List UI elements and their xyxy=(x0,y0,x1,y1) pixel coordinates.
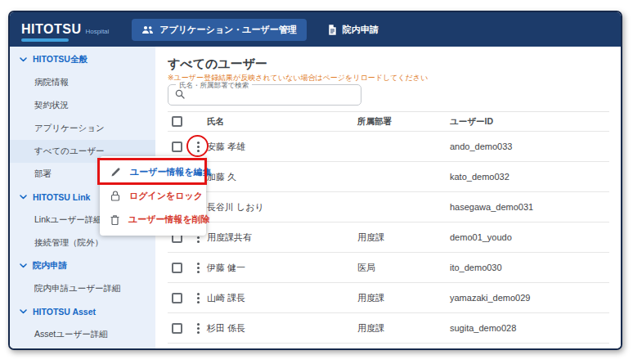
document-icon xyxy=(328,25,337,35)
top-bar: HITOTSU Hospital アプリケーション・ユーザー管理 xyxy=(10,12,621,47)
column-header-name: 氏名 xyxy=(207,116,357,128)
menu-item-edit-user[interactable]: ユーザー情報を編集 xyxy=(100,160,206,184)
row-checkbox[interactable] xyxy=(172,293,182,303)
sidebar-section-hospital-application[interactable]: 院内申請 xyxy=(10,254,155,277)
nav-tab-user-management[interactable]: アプリケーション・ユーザー管理 xyxy=(132,19,306,41)
user-search-field[interactable]: 氏名・所属部署で検索 xyxy=(168,84,361,106)
cell-name: 安藤 孝雄 xyxy=(207,141,357,153)
cell-department: 用度課 xyxy=(357,292,450,304)
sidebar-item-hospital-info[interactable]: 病院情報 xyxy=(10,71,155,94)
sidebar-section-hitotsu-general[interactable]: HITOTSU全般 xyxy=(10,48,155,71)
chevron-down-icon xyxy=(20,195,27,200)
cell-name: 用度課共有 xyxy=(207,231,357,244)
logo-underline xyxy=(21,38,69,42)
logo-suffix: Hospital xyxy=(85,28,109,35)
cell-name: 山崎 課長 xyxy=(207,292,357,304)
lock-icon xyxy=(110,191,120,201)
chevron-down-icon xyxy=(20,309,27,314)
cell-name: 杉田 係長 xyxy=(207,322,357,335)
row-menu-kebab-icon[interactable] xyxy=(192,261,204,275)
cell-user-id: sugita_demo028 xyxy=(450,323,609,333)
top-nav: アプリケーション・ユーザー管理 院内申請 xyxy=(132,19,388,41)
pencil-icon xyxy=(110,167,121,178)
table-row: 安藤 孝雄 ando_demo033 xyxy=(168,132,609,162)
users-table: 氏名 所属部署 ユーザーID 安藤 孝雄 ando_demo033 加藤 久 xyxy=(168,111,609,344)
page-title: すべてのユーザー xyxy=(168,56,609,71)
cell-department: 用度課 xyxy=(357,231,450,244)
main-content: すべてのユーザー ※ユーザー登録結果が反映されていない場合はページをリロードして… xyxy=(155,47,621,348)
row-menu-kebab-icon[interactable] xyxy=(192,140,204,154)
sidebar-item-applications[interactable]: アプリケーション xyxy=(10,117,155,140)
menu-item-lock-login[interactable]: ログインをロック xyxy=(100,184,206,208)
cell-user-id: ando_demo033 xyxy=(450,142,609,151)
chevron-down-icon xyxy=(20,57,27,62)
row-menu-kebab-icon[interactable] xyxy=(192,291,204,305)
table-row: 長谷川 しおり hasegawa_demo031 xyxy=(168,192,609,222)
nav-tab-label: アプリケーション・ユーザー管理 xyxy=(159,24,296,36)
sidebar-item-asset-user-detail[interactable]: Assetユーザー詳細 xyxy=(10,323,155,346)
cell-user-id: hasegawa_demo031 xyxy=(450,202,609,212)
column-header-user-id: ユーザーID xyxy=(450,116,609,128)
search-icon xyxy=(175,88,185,102)
row-checkbox[interactable] xyxy=(172,142,182,152)
users-icon xyxy=(141,25,154,34)
row-menu-kebab-icon[interactable] xyxy=(192,321,204,335)
row-checkbox[interactable] xyxy=(172,323,182,334)
app-window: HITOTSU Hospital アプリケーション・ユーザー管理 xyxy=(8,11,622,350)
sidebar-section-hitotsu-asset[interactable]: HITOTSU Asset xyxy=(10,300,155,323)
cell-user-id: demo01_youdo xyxy=(450,232,609,242)
select-all-checkbox[interactable] xyxy=(172,116,182,127)
row-checkbox[interactable] xyxy=(172,263,182,273)
logo-text: HITOTSU xyxy=(21,22,81,37)
column-header-department: 所属部署 xyxy=(357,116,450,128)
menu-item-delete-user[interactable]: ユーザー情報を削除 xyxy=(100,208,206,231)
nav-tab-label: 院内申請 xyxy=(343,24,379,36)
row-context-menu: ユーザー情報を編集 ログインをロック ユーザー情報を削除 xyxy=(100,156,206,236)
table-row: 用度課共有 用度課 demo01_youdo xyxy=(168,222,609,253)
cell-user-id: ito_demo030 xyxy=(450,263,609,272)
cell-name: 伊藤 健一 xyxy=(207,262,357,274)
trash-icon xyxy=(110,214,119,225)
table-row: 伊藤 健一 医局 ito_demo030 xyxy=(168,253,609,283)
app-logo: HITOTSU Hospital xyxy=(21,22,109,37)
cell-name: 長谷川 しおり xyxy=(207,201,357,213)
search-label: 氏名・所属部署で検索 xyxy=(176,81,252,89)
chevron-down-icon xyxy=(20,263,27,268)
cell-user-id: yamazaki_demo029 xyxy=(450,293,609,303)
table-header-row: 氏名 所属部署 ユーザーID xyxy=(168,112,609,132)
table-row: 加藤 久 kato_demo032 xyxy=(168,162,609,192)
cell-name: 加藤 久 xyxy=(207,171,357,183)
cell-department: 医局 xyxy=(357,262,450,274)
table-row: 山崎 課長 用度課 yamazaki_demo029 xyxy=(168,283,609,313)
table-row: 杉田 係長 用度課 sugita_demo028 xyxy=(168,313,609,344)
cell-user-id: kato_demo032 xyxy=(450,172,609,182)
nav-tab-hospital-application[interactable]: 院内申請 xyxy=(318,19,388,41)
sidebar-item-contract-status[interactable]: 契約状況 xyxy=(10,94,155,117)
sidebar-item-hospital-application-user-detail[interactable]: 院内申請ユーザー詳細 xyxy=(10,277,155,300)
cell-department: 用度課 xyxy=(357,322,450,335)
